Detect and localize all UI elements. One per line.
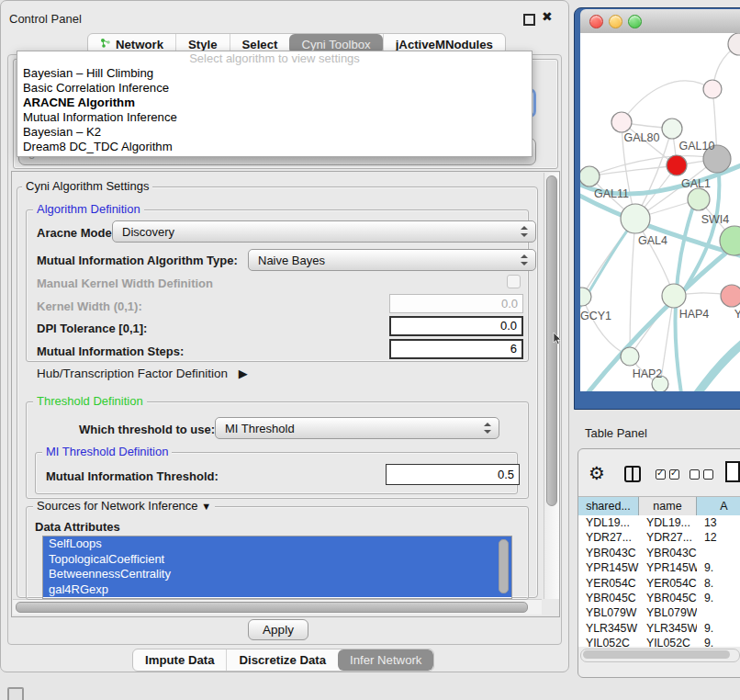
attributes-scrollbar-thumb[interactable] bbox=[499, 539, 509, 593]
table-cell: 9. bbox=[697, 560, 740, 575]
panel-dock-icon[interactable] bbox=[7, 687, 24, 700]
mi-type-label: Mutual Information Algorithm Type: bbox=[37, 254, 238, 267]
network-window-titlebar[interactable] bbox=[580, 9, 740, 34]
deselect-all-icon[interactable] bbox=[690, 469, 713, 480]
tab-label: jActiveMNodules bbox=[396, 38, 493, 51]
algorithm-option[interactable]: Mutual Information Inference bbox=[17, 110, 532, 125]
gear-icon[interactable]: ⚙ bbox=[589, 462, 605, 484]
hub-definition-toggle[interactable]: Hub/Transcription Factor Definition ▶ bbox=[37, 367, 248, 380]
collapse-arrow-icon: ▼ bbox=[201, 501, 211, 512]
attribute-item[interactable]: SelfLoops bbox=[43, 536, 511, 552]
aracne-mode-label: Aracne Mode: bbox=[37, 226, 116, 240]
network-node[interactable] bbox=[667, 155, 687, 175]
network-node[interactable] bbox=[662, 119, 682, 139]
algorithm-option[interactable]: ARACNE Algorithm bbox=[17, 96, 532, 110]
attribute-item[interactable]: BetweennessCentrality bbox=[43, 567, 511, 582]
threshold-definition-title: Threshold Definition bbox=[33, 395, 147, 408]
table-row[interactable]: YBR043CYBR043C bbox=[578, 546, 740, 560]
table-cell: YDR27... bbox=[578, 530, 639, 545]
sources-title[interactable]: Sources for Network Inference ▼ bbox=[33, 500, 215, 513]
node-label: GAL11 bbox=[594, 187, 629, 200]
tab-label: Select bbox=[242, 38, 278, 51]
column-header[interactable]: name bbox=[639, 497, 697, 516]
kernel-width-label: Kernel Width (0,1): bbox=[37, 299, 142, 313]
algorithm-list: Bayesian – Hill ClimbingBasic Correlatio… bbox=[17, 66, 532, 154]
table-cell bbox=[697, 546, 740, 560]
column-header[interactable]: shared... bbox=[578, 497, 639, 516]
table-row[interactable]: YPR145WYPR145W9. bbox=[578, 560, 740, 575]
table-row[interactable]: YBL079WYBL079W bbox=[578, 605, 740, 620]
network-canvas[interactable]: GAL80GAL10GAL1GAL11SWI4GAL4GCY1HAP4YHAP2 bbox=[580, 33, 740, 391]
zoom-traffic-light[interactable] bbox=[628, 15, 642, 28]
columns-icon[interactable] bbox=[624, 466, 641, 482]
aracne-mode-combo[interactable]: Discovery bbox=[112, 220, 536, 243]
column-header[interactable]: A bbox=[697, 497, 740, 516]
tab-label: Network bbox=[116, 38, 163, 51]
algorithm-prompt: Select algorithm to view settings bbox=[17, 51, 532, 66]
table-cell: YER054C bbox=[578, 576, 639, 591]
algorithm-option[interactable]: Bayesian – Hill Climbing bbox=[17, 66, 532, 81]
algorithm-dropdown-popup: Select algorithm to view settings Bayesi… bbox=[17, 51, 533, 157]
algorithm-definition-title: Algorithm Definition bbox=[33, 203, 144, 216]
table-cell: YLR345W bbox=[639, 621, 697, 636]
mi-type-combo[interactable]: Naive Bayes bbox=[248, 249, 536, 271]
node-label: GAL80 bbox=[624, 131, 660, 144]
which-threshold-combo[interactable]: MI Threshold bbox=[215, 417, 499, 439]
tab-impute-data[interactable]: Impute Data bbox=[133, 649, 226, 671]
network-node[interactable] bbox=[662, 284, 686, 308]
network-tab-icon bbox=[100, 38, 111, 51]
tab-label: Style bbox=[188, 38, 218, 51]
table-cell: YBR045C bbox=[639, 591, 697, 605]
kernel-width-field[interactable]: 0.0 bbox=[389, 294, 523, 313]
table-row[interactable]: YBR045CYBR045C9. bbox=[578, 591, 740, 605]
table-hscrollbar-thumb[interactable] bbox=[583, 650, 730, 659]
table-cell: 9. bbox=[697, 636, 740, 647]
tab-label: Infer Network bbox=[350, 653, 421, 667]
tab-discretize-data[interactable]: Discretize Data bbox=[226, 649, 338, 671]
apply-button[interactable]: Apply bbox=[248, 619, 308, 640]
expand-arrow-icon: ▶ bbox=[239, 367, 248, 380]
algorithm-option[interactable]: Bayesian – K2 bbox=[17, 125, 532, 140]
table-cell: YDL19... bbox=[578, 515, 639, 530]
node-label: HAP4 bbox=[679, 308, 710, 321]
mi-type-value: Naive Bayes bbox=[258, 254, 325, 267]
close-icon[interactable]: ✖ bbox=[542, 9, 553, 24]
network-node[interactable] bbox=[721, 285, 740, 307]
network-node[interactable] bbox=[580, 166, 600, 186]
mi-steps-field[interactable]: 6 bbox=[389, 339, 523, 359]
cyni-algorithm-settings-title: Cyni Algorithm Settings bbox=[22, 180, 152, 193]
table-row[interactable]: YDL19...YDL19...13 bbox=[578, 515, 740, 530]
network-node[interactable] bbox=[621, 347, 639, 366]
tab-infer-network[interactable]: Infer Network bbox=[338, 649, 433, 671]
table-row[interactable]: YER054CYER054C8. bbox=[578, 576, 740, 591]
float-window-icon[interactable] bbox=[523, 14, 535, 26]
select-all-icon[interactable] bbox=[656, 469, 679, 480]
combo-arrows-icon bbox=[521, 226, 528, 237]
table-row[interactable]: YDR27...YDR27...12 bbox=[578, 530, 740, 545]
network-node[interactable] bbox=[703, 80, 722, 98]
tab-label: Cyni Toolbox bbox=[301, 38, 370, 51]
manual-kernel-checkbox[interactable] bbox=[507, 275, 521, 288]
attribute-item[interactable]: gal4RGexp bbox=[43, 582, 511, 598]
network-node[interactable] bbox=[621, 204, 650, 233]
table-row[interactable]: YIL052CYIL052C9. bbox=[578, 636, 740, 647]
algorithm-option[interactable]: Basic Correlation Inference bbox=[17, 81, 532, 96]
network-node[interactable] bbox=[688, 188, 710, 210]
network-edge bbox=[630, 219, 635, 356]
mi-threshold-title: MI Threshold Definition bbox=[42, 446, 172, 458]
table-cell: YIL052C bbox=[578, 636, 639, 647]
close-traffic-light[interactable] bbox=[589, 15, 603, 28]
table-row[interactable]: YLR345WYLR345W9. bbox=[578, 621, 740, 636]
new-table-icon[interactable] bbox=[725, 461, 740, 482]
attribute-item[interactable]: TopologicalCoefficient bbox=[43, 552, 511, 568]
horizontal-scrollbar-thumb[interactable] bbox=[16, 602, 528, 613]
dpi-tolerance-field[interactable]: 0.0 bbox=[389, 316, 523, 336]
mi-threshold-field[interactable]: 0.5 bbox=[386, 464, 520, 485]
table-cell: YPR145W bbox=[639, 560, 697, 575]
table-cell: 13 bbox=[697, 515, 740, 530]
checked-box-icon bbox=[669, 469, 679, 480]
algorithm-option[interactable]: Dream8 DC_TDC Algorithm bbox=[17, 140, 532, 154]
minimize-traffic-light[interactable] bbox=[609, 15, 622, 28]
which-threshold-label: Which threshold to use: bbox=[79, 423, 215, 436]
network-node[interactable] bbox=[611, 112, 632, 132]
